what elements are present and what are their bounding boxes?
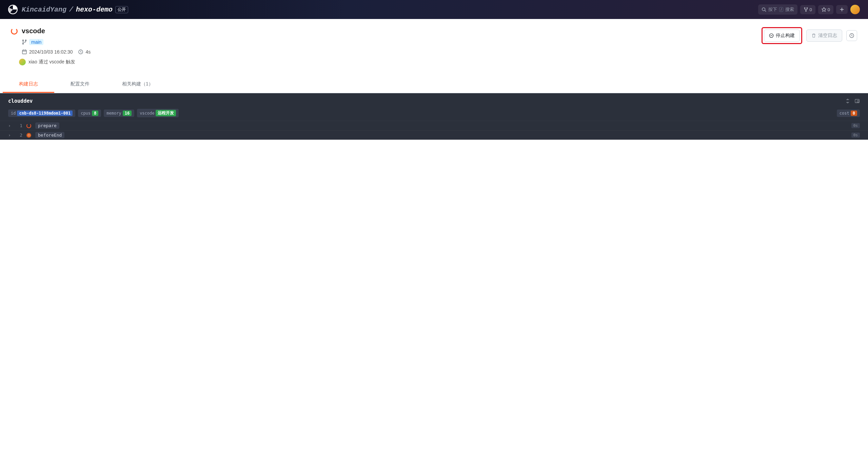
header-right: 停止构建 清空日志 [762, 27, 857, 44]
log-step-row[interactable]: › 1 prepare 0s [0, 121, 868, 130]
tag-cpus: cpus 8 [78, 110, 101, 117]
step-duration: 0s [851, 123, 860, 128]
chevron-right-icon: › [8, 133, 12, 138]
svg-point-1 [762, 8, 765, 11]
breadcrumb: KincaidYang / hexo-demo 公开 [22, 6, 128, 14]
log-panel: clouddev id cnb-ds8-1i98mdom1-001 cpus 8… [0, 93, 868, 140]
svg-point-4 [807, 7, 808, 8]
tab-build-log[interactable]: 构建日志 [3, 76, 54, 93]
tags-row: id cnb-ds8-1i98mdom1-001 cpus 8 memory 1… [0, 109, 868, 121]
clear-log-button: 清空日志 [806, 29, 842, 42]
svg-point-5 [805, 11, 806, 12]
tag-vscode: vscode 远程开发 [137, 109, 179, 117]
trigger-avatar[interactable] [19, 59, 26, 65]
stop-build-button[interactable]: 停止构建 [764, 29, 800, 42]
branch-item: main [22, 39, 43, 45]
breadcrumb-repo[interactable]: hexo-demo [76, 6, 113, 14]
log-step-row[interactable]: › 2 ⏲ beforeEnd 0s [0, 130, 868, 140]
trigger-row: xiao 通过 vscode 触发 [11, 59, 91, 65]
log-header-icons [845, 98, 860, 104]
header-left: vscode main 2024/10/03 16:02:30 4s xiao … [11, 27, 91, 65]
meta-row: main [11, 39, 91, 45]
fullscreen-icon[interactable] [854, 98, 860, 104]
log-title: clouddev [8, 98, 33, 104]
fork-button[interactable]: 0 [800, 5, 815, 14]
meta-row-2: 2024/10/03 16:02:30 4s [11, 49, 91, 55]
page-header: vscode main 2024/10/03 16:02:30 4s xiao … [0, 19, 868, 71]
breadcrumb-owner[interactable]: KincaidYang [22, 6, 66, 14]
clock-icon: ⏲ [26, 133, 31, 138]
spinner-icon [26, 123, 31, 128]
tag-cost: cost 0 [837, 110, 860, 117]
svg-point-10 [23, 43, 24, 44]
tabs: 构建日志 配置文件 相关构建（1） [0, 76, 868, 93]
line-number: 2 [16, 133, 22, 138]
step-name: prepare [35, 122, 59, 129]
svg-point-3 [804, 7, 805, 8]
highlight-box: 停止构建 [762, 27, 802, 44]
trigger-text: xiao 通过 vscode 触发 [28, 59, 75, 65]
branch-link[interactable]: main [29, 39, 43, 45]
svg-point-9 [25, 40, 26, 41]
step-duration: 0s [851, 133, 860, 138]
step-name: beforeEnd [35, 132, 64, 138]
page-title: vscode [22, 27, 45, 35]
duration-item: 4s [78, 49, 91, 55]
topbar-right: 按下 / 搜索 0 0 [758, 4, 860, 15]
topbar-left: KincaidYang / hexo-demo 公开 [8, 5, 758, 14]
tag-id: id cnb-ds8-1i98mdom1-001 [8, 110, 75, 117]
avatar[interactable] [850, 5, 860, 14]
svg-rect-11 [22, 50, 26, 54]
tab-config[interactable]: 配置文件 [54, 76, 106, 93]
search-input[interactable]: 按下 / 搜索 [758, 4, 797, 15]
topbar: KincaidYang / hexo-demo 公开 按下 / 搜索 0 0 [0, 0, 868, 19]
expand-icon[interactable] [845, 98, 850, 104]
history-button[interactable] [846, 30, 857, 41]
datetime-item: 2024/10/03 16:02:30 [22, 49, 73, 55]
datetime-text: 2024/10/03 16:02:30 [29, 49, 73, 55]
visibility-badge: 公开 [115, 6, 128, 13]
svg-rect-20 [857, 101, 859, 102]
tab-related[interactable]: 相关构建（1） [106, 76, 170, 93]
add-button[interactable] [836, 5, 848, 14]
logo-icon[interactable] [8, 5, 18, 14]
line-number: 1 [16, 123, 22, 128]
duration-text: 4s [85, 49, 91, 55]
breadcrumb-separator: / [69, 6, 73, 14]
title-row: vscode [11, 27, 91, 35]
svg-point-8 [23, 40, 24, 41]
spinner-icon [11, 28, 18, 35]
star-button[interactable]: 0 [818, 5, 833, 14]
chevron-right-icon: › [8, 123, 12, 128]
log-header: clouddev [0, 93, 868, 109]
svg-line-2 [765, 11, 766, 12]
tag-memory: memory 16 [104, 110, 134, 117]
